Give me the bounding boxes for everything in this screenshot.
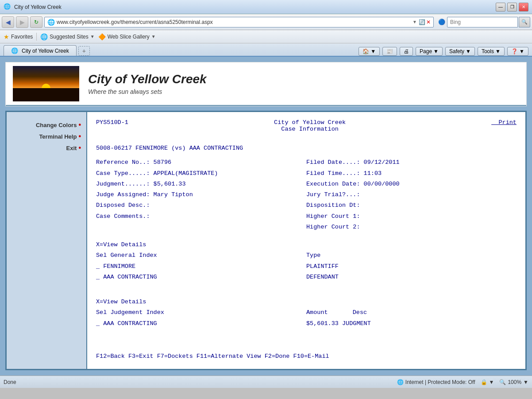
divider: [36, 33, 37, 41]
sidebar-item-colors[interactable]: Change Colors •: [12, 121, 81, 129]
fields-row7: Higher Court 2:: [96, 222, 517, 232]
suggested-dropdown[interactable]: ▼: [90, 34, 95, 39]
left-col4: Judge Assigned: Mary Tipton: [96, 190, 306, 200]
right-col2: Filed Time....: 11:03: [306, 168, 517, 179]
gap2: [96, 154, 517, 157]
security-zone: 🌐 Internet | Protected Mode: Off: [397, 379, 475, 385]
suggested-icon: 🌐: [40, 33, 48, 40]
feeds-button[interactable]: 📰: [382, 47, 397, 56]
search-refresh-icon[interactable]: 🔄: [419, 19, 425, 25]
status-text: Done: [4, 379, 397, 385]
help-button[interactable]: ❓ ▼: [507, 47, 528, 56]
stop-icon[interactable]: ✕: [426, 19, 431, 25]
forward-button[interactable]: ▶: [16, 16, 28, 28]
general-index-header: Sel General Index Type: [96, 250, 517, 261]
back-button[interactable]: ◀: [2, 16, 14, 28]
print-button[interactable]: 🖨: [400, 47, 413, 56]
zoom-dropdown[interactable]: ▼: [523, 379, 528, 385]
suggested-sites-item[interactable]: 🌐 Suggested Sites ▼: [40, 33, 94, 40]
address-bar[interactable]: 🌐 www.cityofyellowcreek.gov/themes/curre…: [44, 17, 434, 27]
content-area: City of Yellow Creek Where the sun alway…: [0, 57, 532, 376]
page-header-container: City of Yellow Creek Where the sun alway…: [5, 62, 527, 106]
new-tab-button[interactable]: +: [78, 46, 90, 56]
city-title: City of Yellow Creek: [88, 72, 207, 86]
status-bar: Done 🌐 Internet | Protected Mode: Off 🔒 …: [0, 376, 532, 388]
search-input[interactable]: [447, 17, 518, 27]
fields-row1: Reference No..: 58796 Filed Date....: 09…: [96, 157, 517, 168]
sidebar-colors-label: Change Colors: [36, 122, 77, 128]
dropdown-arrow[interactable]: ▼: [412, 19, 417, 24]
active-tab[interactable]: 🌐 City of Yellow Creek: [4, 45, 77, 56]
print-link[interactable]: _ Print: [491, 119, 517, 132]
address-icon: 🌐: [47, 19, 55, 26]
status-right: 🌐 Internet | Protected Mode: Off 🔒 ▼ 🔍 1…: [397, 379, 528, 385]
filed-date-line: Filed Date....: 09/12/2011: [306, 158, 517, 167]
webslice-item[interactable]: 🔶 Web Slice Gallery ▼: [98, 33, 156, 40]
party1-sel[interactable]: _ FENNIMORE: [96, 262, 306, 271]
execution-line: Execution Date: 00/00/0000: [306, 180, 517, 189]
address-text: www.cityofyellowcreek.gov/themes/current…: [57, 19, 411, 25]
sel-judgment-label: Sel Judgement Index: [96, 308, 306, 317]
zoom-icon: 🔍: [499, 379, 506, 385]
left-col2: Case Type.....: APPEAL(MAGISTRATE): [96, 168, 306, 179]
right-col5: Disposition Dt:: [306, 200, 517, 211]
fields-row3: Judgment......: $5,601.33 Execution Date…: [96, 179, 517, 190]
globe-icon: 🌐: [397, 379, 404, 385]
fields-row2: Case Type.....: APPEAL(MAGISTRATE) Filed…: [96, 168, 517, 179]
refresh-button[interactable]: ↻: [30, 16, 42, 28]
sidebar-exit-bullet: •: [78, 144, 81, 152]
silhouette: [13, 88, 79, 101]
browser-icon: 🌐: [4, 3, 12, 11]
window-title: City of Yellow Creek: [14, 4, 496, 10]
dropdown-icon[interactable]: ▼: [489, 379, 494, 385]
header-text: City of Yellow Creek Where the sun alway…: [88, 72, 207, 95]
close-button[interactable]: ✕: [519, 3, 528, 12]
sidebar-item-exit[interactable]: Exit •: [12, 144, 81, 152]
left-col1: Reference No..: 58796: [96, 157, 306, 168]
judgment-header-right: Amount Desc: [306, 307, 517, 318]
tab-icon: 🌐: [11, 47, 18, 54]
search-button[interactable]: 🔍: [519, 17, 530, 27]
safety-button[interactable]: Safety ▼: [445, 47, 475, 56]
sel-general-label: Sel General Index: [96, 251, 306, 260]
restore-button[interactable]: ❐: [507, 3, 517, 12]
judgment-row: _ AAA CONTRACTING $5,601.33 JUDGMENT: [96, 318, 517, 329]
ref-line: Reference No..: 58796: [96, 158, 306, 167]
webslice-icon: 🔶: [98, 33, 106, 40]
left-col5: Disposed Desc.:: [96, 200, 306, 211]
higher2-line: Higher Court 2:: [306, 223, 517, 232]
party1-type: PLAINTIFF: [306, 262, 517, 271]
higher1-line: Higher Court 1:: [306, 212, 517, 221]
tools-button[interactable]: Tools ▼: [478, 47, 505, 56]
view-details-1[interactable]: X=View Details: [96, 240, 517, 249]
sidebar-item-help[interactable]: Terminal Help •: [12, 132, 81, 140]
gap4: [96, 283, 517, 290]
suggested-label: Suggested Sites: [50, 34, 88, 40]
party2-row: _ AAA CONTRACTING DEFENDANT: [96, 272, 517, 283]
home-button[interactable]: 🏠 ▼: [359, 47, 380, 56]
webslice-dropdown[interactable]: ▼: [151, 34, 156, 39]
party2-sel[interactable]: _ AAA CONTRACTING: [96, 273, 306, 282]
page-button[interactable]: Page ▼: [416, 47, 443, 56]
lock-icon: 🔒: [481, 379, 487, 385]
view-details-2[interactable]: X=View Details: [96, 298, 517, 306]
jury-line: Jury Trial?...:: [306, 190, 517, 199]
fields-row5: Disposed Desc.: Disposition Dt:: [96, 200, 517, 211]
disposition-line: Disposition Dt:: [306, 201, 517, 210]
terminal-screen: PYS510D-1 City of Yellow Creek Case Info…: [86, 112, 525, 369]
fields-row4: Judge Assigned: Mary Tipton Jury Trial?.…: [96, 190, 517, 200]
tab-bar: 🌐 City of Yellow Creek + 🏠 ▼ 📰 🖨 Page ▼ …: [0, 43, 532, 57]
app-container: Change Colors • Terminal Help • Exit • P…: [5, 111, 527, 370]
header-image: [13, 66, 79, 101]
minimize-button[interactable]: —: [496, 3, 505, 12]
type-label: Type: [306, 251, 517, 260]
comments-line: Case Comments.:: [96, 212, 306, 221]
zoom-area[interactable]: 🔍 100% ▼: [499, 379, 528, 385]
right-col6: Higher Court 1:: [306, 211, 517, 222]
judgment-sel-col: _ AAA CONTRACTING: [96, 318, 306, 329]
party1-col: _ FENNIMORE: [96, 261, 306, 272]
favorites-item[interactable]: ★ Favorites: [4, 33, 33, 40]
tab-label: City of Yellow Creek: [22, 48, 69, 54]
judgment-sel[interactable]: _ AAA CONTRACTING: [96, 319, 306, 328]
title-bar: 🌐 City of Yellow Creek — ❐ ✕: [0, 0, 532, 14]
